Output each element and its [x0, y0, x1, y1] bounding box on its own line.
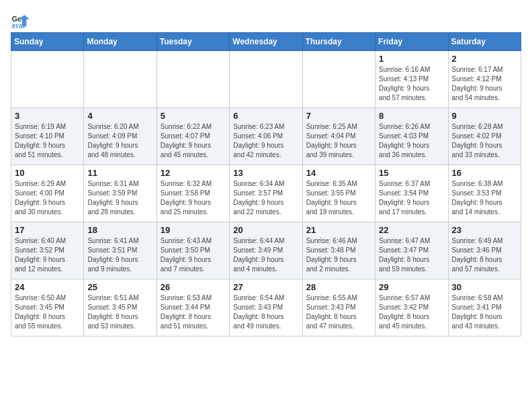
- day-number: 27: [233, 282, 298, 292]
- day-number: 4: [87, 111, 152, 121]
- day-number: 11: [87, 168, 152, 178]
- calendar-day-18: 18Sunrise: 6:41 AM Sunset: 3:51 PM Dayli…: [84, 222, 157, 279]
- calendar-day-16: 16Sunrise: 6:38 AM Sunset: 3:53 PM Dayli…: [448, 165, 521, 222]
- day-info: Sunrise: 6:37 AM Sunset: 3:54 PM Dayligh…: [379, 179, 444, 217]
- calendar-day-26: 26Sunrise: 6:53 AM Sunset: 3:44 PM Dayli…: [157, 279, 229, 336]
- day-number: 30: [452, 282, 517, 292]
- calendar-week-row: 10Sunrise: 6:29 AM Sunset: 4:00 PM Dayli…: [11, 165, 521, 222]
- day-number: 21: [306, 225, 371, 235]
- calendar-day-20: 20Sunrise: 6:44 AM Sunset: 3:49 PM Dayli…: [230, 222, 302, 279]
- empty-cell: [302, 51, 375, 108]
- calendar-day-14: 14Sunrise: 6:35 AM Sunset: 3:55 PM Dayli…: [302, 165, 375, 222]
- calendar-day-23: 23Sunrise: 6:49 AM Sunset: 3:46 PM Dayli…: [448, 222, 521, 279]
- weekday-header-row: SundayMondayTuesdayWednesdayThursdayFrid…: [11, 33, 521, 51]
- calendar-day-28: 28Sunrise: 6:55 AM Sunset: 3:43 PM Dayli…: [302, 279, 375, 336]
- weekday-header-friday: Friday: [375, 33, 448, 51]
- day-number: 6: [233, 111, 298, 121]
- calendar-week-row: 1Sunrise: 6:16 AM Sunset: 4:13 PM Daylig…: [11, 51, 521, 108]
- day-info: Sunrise: 6:55 AM Sunset: 3:43 PM Dayligh…: [306, 293, 371, 331]
- calendar-day-21: 21Sunrise: 6:46 AM Sunset: 3:48 PM Dayli…: [302, 222, 375, 279]
- day-info: Sunrise: 6:29 AM Sunset: 4:00 PM Dayligh…: [15, 179, 80, 217]
- day-number: 18: [87, 225, 152, 235]
- weekday-header-saturday: Saturday: [448, 33, 521, 51]
- day-info: Sunrise: 6:26 AM Sunset: 4:03 PM Dayligh…: [379, 122, 444, 160]
- weekday-header-thursday: Thursday: [302, 33, 375, 51]
- day-number: 2: [452, 54, 517, 64]
- calendar-table: SundayMondayTuesdayWednesdayThursdayFrid…: [11, 32, 521, 336]
- calendar-day-2: 2Sunrise: 6:17 AM Sunset: 4:12 PM Daylig…: [448, 51, 521, 108]
- day-number: 9: [452, 111, 517, 121]
- calendar-day-11: 11Sunrise: 6:31 AM Sunset: 3:59 PM Dayli…: [84, 165, 157, 222]
- calendar-day-12: 12Sunrise: 6:32 AM Sunset: 3:58 PM Dayli…: [157, 165, 229, 222]
- calendar-day-8: 8Sunrise: 6:26 AM Sunset: 4:03 PM Daylig…: [375, 108, 448, 165]
- day-info: Sunrise: 6:41 AM Sunset: 3:51 PM Dayligh…: [87, 236, 152, 274]
- day-number: 8: [379, 111, 444, 121]
- calendar-day-10: 10Sunrise: 6:29 AM Sunset: 4:00 PM Dayli…: [11, 165, 84, 222]
- calendar-day-7: 7Sunrise: 6:25 AM Sunset: 4:04 PM Daylig…: [302, 108, 375, 165]
- day-info: Sunrise: 6:20 AM Sunset: 4:09 PM Dayligh…: [87, 122, 152, 160]
- day-number: 25: [87, 282, 152, 292]
- day-info: Sunrise: 6:47 AM Sunset: 3:47 PM Dayligh…: [379, 236, 444, 274]
- day-info: Sunrise: 6:54 AM Sunset: 3:43 PM Dayligh…: [233, 293, 298, 331]
- weekday-header-tuesday: Tuesday: [157, 33, 229, 51]
- day-number: 17: [15, 225, 80, 235]
- calendar-day-15: 15Sunrise: 6:37 AM Sunset: 3:54 PM Dayli…: [375, 165, 448, 222]
- day-number: 20: [233, 225, 298, 235]
- day-number: 5: [161, 111, 226, 121]
- day-info: Sunrise: 6:35 AM Sunset: 3:55 PM Dayligh…: [306, 179, 371, 217]
- day-info: Sunrise: 6:22 AM Sunset: 4:07 PM Dayligh…: [161, 122, 226, 160]
- empty-cell: [157, 51, 229, 108]
- day-number: 10: [15, 168, 80, 178]
- calendar-day-17: 17Sunrise: 6:40 AM Sunset: 3:52 PM Dayli…: [11, 222, 84, 279]
- empty-cell: [230, 51, 302, 108]
- empty-cell: [84, 51, 157, 108]
- weekday-header-sunday: Sunday: [11, 33, 84, 51]
- calendar-day-4: 4Sunrise: 6:20 AM Sunset: 4:09 PM Daylig…: [84, 108, 157, 165]
- day-info: Sunrise: 6:23 AM Sunset: 4:06 PM Dayligh…: [233, 122, 298, 160]
- day-info: Sunrise: 6:17 AM Sunset: 4:12 PM Dayligh…: [452, 65, 517, 103]
- day-info: Sunrise: 6:51 AM Sunset: 3:45 PM Dayligh…: [87, 293, 152, 331]
- calendar-day-24: 24Sunrise: 6:50 AM Sunset: 3:45 PM Dayli…: [11, 279, 84, 336]
- day-number: 19: [161, 225, 226, 235]
- day-number: 23: [452, 225, 517, 235]
- day-number: 28: [306, 282, 371, 292]
- day-number: 24: [15, 282, 80, 292]
- day-info: Sunrise: 6:58 AM Sunset: 3:41 PM Dayligh…: [452, 293, 517, 331]
- calendar-day-1: 1Sunrise: 6:16 AM Sunset: 4:13 PM Daylig…: [375, 51, 448, 108]
- day-info: Sunrise: 6:28 AM Sunset: 4:02 PM Dayligh…: [452, 122, 517, 160]
- day-info: Sunrise: 6:44 AM Sunset: 3:49 PM Dayligh…: [233, 236, 298, 274]
- day-info: Sunrise: 6:50 AM Sunset: 3:45 PM Dayligh…: [15, 293, 80, 331]
- weekday-header-monday: Monday: [84, 33, 157, 51]
- day-info: Sunrise: 6:38 AM Sunset: 3:53 PM Dayligh…: [452, 179, 517, 217]
- calendar-day-13: 13Sunrise: 6:34 AM Sunset: 3:57 PM Dayli…: [230, 165, 302, 222]
- day-info: Sunrise: 6:31 AM Sunset: 3:59 PM Dayligh…: [87, 179, 152, 217]
- calendar-day-30: 30Sunrise: 6:58 AM Sunset: 3:41 PM Dayli…: [448, 279, 521, 336]
- weekday-header-wednesday: Wednesday: [230, 33, 302, 51]
- day-info: Sunrise: 6:46 AM Sunset: 3:48 PM Dayligh…: [306, 236, 371, 274]
- calendar-day-22: 22Sunrise: 6:47 AM Sunset: 3:47 PM Dayli…: [375, 222, 448, 279]
- day-info: Sunrise: 6:34 AM Sunset: 3:57 PM Dayligh…: [233, 179, 298, 217]
- day-number: 12: [161, 168, 226, 178]
- day-info: Sunrise: 6:19 AM Sunset: 4:10 PM Dayligh…: [15, 122, 80, 160]
- day-number: 1: [379, 54, 444, 64]
- calendar-week-row: 17Sunrise: 6:40 AM Sunset: 3:52 PM Dayli…: [11, 222, 521, 279]
- calendar-week-row: 3Sunrise: 6:19 AM Sunset: 4:10 PM Daylig…: [11, 108, 521, 165]
- day-number: 22: [379, 225, 444, 235]
- day-number: 15: [379, 168, 444, 178]
- day-number: 16: [452, 168, 517, 178]
- day-info: Sunrise: 6:43 AM Sunset: 3:50 PM Dayligh…: [161, 236, 226, 274]
- calendar-day-5: 5Sunrise: 6:22 AM Sunset: 4:07 PM Daylig…: [157, 108, 229, 165]
- day-info: Sunrise: 6:16 AM Sunset: 4:13 PM Dayligh…: [379, 65, 444, 103]
- day-info: Sunrise: 6:53 AM Sunset: 3:44 PM Dayligh…: [161, 293, 226, 331]
- day-info: Sunrise: 6:49 AM Sunset: 3:46 PM Dayligh…: [452, 236, 517, 274]
- calendar-day-19: 19Sunrise: 6:43 AM Sunset: 3:50 PM Dayli…: [157, 222, 229, 279]
- page-header: Gen eral: [11, 11, 521, 30]
- calendar-day-29: 29Sunrise: 6:57 AM Sunset: 3:42 PM Dayli…: [375, 279, 448, 336]
- day-number: 14: [306, 168, 371, 178]
- calendar-day-9: 9Sunrise: 6:28 AM Sunset: 4:02 PM Daylig…: [448, 108, 521, 165]
- logo: Gen eral: [11, 11, 32, 30]
- logo-icon: Gen eral: [11, 11, 30, 30]
- calendar-day-27: 27Sunrise: 6:54 AM Sunset: 3:43 PM Dayli…: [230, 279, 302, 336]
- day-info: Sunrise: 6:25 AM Sunset: 4:04 PM Dayligh…: [306, 122, 371, 160]
- day-number: 7: [306, 111, 371, 121]
